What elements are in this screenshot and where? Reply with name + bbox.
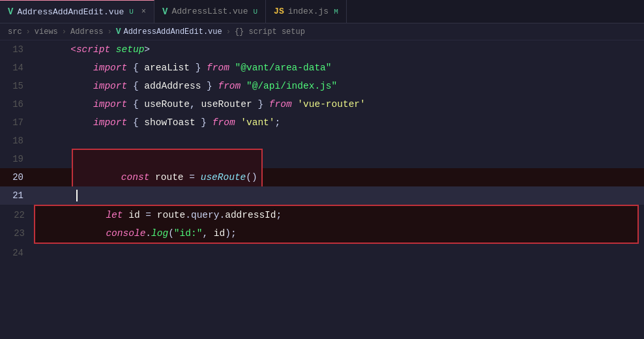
breadcrumb-script: {} script setup (235, 27, 305, 37)
tab-index-js[interactable]: JS index.js M (266, 0, 347, 23)
line-num-23: 23 (1, 224, 35, 243)
line-num-18: 18 (0, 132, 34, 150)
js-icon: JS (274, 7, 284, 16)
vue-icon-1: V (8, 7, 13, 17)
line-num-17: 17 (0, 113, 34, 132)
line-num-22: 22 (1, 206, 35, 224)
line-num-21: 21 (0, 186, 34, 205)
breadcrumb-vue-icon: V (116, 27, 121, 37)
breadcrumb: src › views › Address › V AddressAddAndE… (0, 23, 644, 40)
line-num-15: 15 (0, 77, 34, 95)
tab-label-3: index.js (288, 7, 329, 16)
tab-address-list[interactable]: V AddressList.vue U (154, 0, 266, 23)
breadcrumb-src: src (8, 27, 22, 37)
line-num-14: 14 (0, 59, 34, 77)
tab-bar: V AddressAddAndEdit.vue U × V AddressLis… (0, 0, 644, 23)
line-num-13: 13 (0, 40, 34, 59)
line-num-20: 20 (0, 168, 34, 186)
tab-address-add-edit[interactable]: V AddressAddAndEdit.vue U × (0, 0, 154, 23)
breadcrumb-address: Address (70, 27, 103, 37)
code-line-17: 17 import { showToast } from 'vant'; (0, 113, 644, 132)
tab-label-1: AddressAddAndEdit.vue (17, 7, 124, 17)
line-num-16: 16 (0, 95, 34, 113)
breadcrumb-views: views (35, 27, 58, 37)
code-line-23: 23 console.log("id:", id); (1, 224, 637, 243)
tab-label-2: AddressList.vue (171, 7, 248, 16)
code-area: 13 <script setup> 14 import { areaList }… (0, 40, 644, 339)
red-box-lines22-23: 22 let id = route.query.addressId; 23 co… (34, 205, 639, 244)
vue-icon-2: V (162, 7, 168, 17)
tab-badge-1: U (129, 8, 134, 16)
breadcrumb-file: AddressAddAndEdit.vue (123, 27, 222, 37)
code-line-24: 24 (0, 244, 644, 262)
tab-badge-2: U (253, 8, 257, 16)
line-num-24: 24 (0, 244, 34, 262)
tab-badge-3: M (334, 8, 338, 16)
code-content-24 (34, 244, 644, 262)
tab-close-1[interactable]: × (141, 7, 146, 16)
line-num-19: 19 (0, 150, 34, 168)
